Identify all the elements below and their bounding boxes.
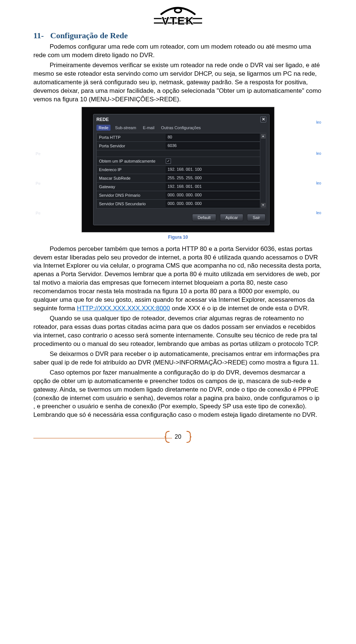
tab-outras[interactable]: Outras Configurações <box>159 125 203 131</box>
close-icon[interactable]: ✕ <box>260 117 266 122</box>
network-dialog-screenshot: Pe Pe Pe leo leo leo leo REDE ✕ Rede Sub… <box>33 107 323 232</box>
row-label-autoip: Obtem um IP automaticamente <box>99 159 166 163</box>
row-label-dns1: Servidor DNS Primario <box>99 193 166 197</box>
subnet-field[interactable]: 255. 255. 255. 000 <box>166 175 264 182</box>
tab-rede[interactable]: Rede <box>96 125 111 131</box>
para3-part-b: onde XXX é o ip de internet de onde esta… <box>170 305 309 312</box>
para3-part-a: Podemos perceber também que temos a port… <box>33 245 322 312</box>
gateway-field[interactable]: 192. 168. 001. 001 <box>166 183 264 190</box>
ip-field[interactable]: 192. 168. 001. 100 <box>166 166 264 173</box>
page-footer: 20 <box>33 431 323 445</box>
row-label-dns2: Servidor DNS Secundario <box>99 202 166 206</box>
row-label-http: Porta HTTP <box>99 135 166 140</box>
brand-logo: VTEK <box>33 4 323 35</box>
scrollbar[interactable]: ▲ ▼ <box>260 133 266 208</box>
http-port-field[interactable]: 80 <box>166 134 264 141</box>
section-title-text: Configuração de Rede <box>50 31 128 40</box>
scroll-down-icon[interactable]: ▼ <box>261 203 266 207</box>
svg-point-0 <box>175 8 181 13</box>
bg-label-leo-3: leo <box>316 181 321 185</box>
figure-caption: Figura 10 <box>33 235 323 240</box>
row-label-server: Porta Servidor <box>99 144 166 148</box>
row-label-gateway: Gateway <box>99 184 166 189</box>
bg-label-pe-2: Pe <box>36 181 40 186</box>
default-button[interactable]: Default <box>192 214 216 221</box>
bg-label-leo-1: leo <box>316 120 321 124</box>
tab-substream[interactable]: Sub-stream <box>113 125 138 131</box>
dns1-field[interactable]: 000. 000. 000. 000 <box>166 192 264 199</box>
row-label-ip: Endereco IP <box>99 167 166 172</box>
dns2-field[interactable]: 000. 000. 000. 000 <box>166 200 264 207</box>
bg-label-leo-4: leo <box>316 211 321 215</box>
example-url-link[interactable]: HTTP://XXX.XXX.XXX.XXX:8000 <box>77 305 170 312</box>
bg-label-pe-3: Pe <box>36 211 40 215</box>
dialog-title: REDE <box>96 117 109 122</box>
scroll-up-icon[interactable]: ▲ <box>261 134 266 138</box>
paragraph-4: Quando se usa qualquer tipo de roteador,… <box>33 314 323 349</box>
page-number: 20 <box>175 434 181 440</box>
paragraph-3: Podemos perceber também que temos a port… <box>33 245 323 313</box>
tab-email[interactable]: E-mail <box>141 125 156 131</box>
row-label-mask: Mascar SubRede <box>99 176 166 180</box>
paragraph-5: Se deixarmos o DVR para receber o ip aut… <box>33 350 323 367</box>
paragraph-6: Caso optemos por fazer manualmente a con… <box>33 369 323 420</box>
exit-button[interactable]: Sair <box>247 214 266 221</box>
paragraph-1: Podemos configurar uma rede com um rotea… <box>33 43 323 60</box>
apply-button[interactable]: Aplicar <box>220 214 244 221</box>
svg-text:VTEK: VTEK <box>162 14 194 27</box>
bg-label-leo-2: leo <box>316 151 321 156</box>
dialog-tabs: Rede Sub-stream E-mail Outras Configuraç… <box>93 125 269 133</box>
bg-label-pe-1: Pe <box>36 151 40 156</box>
paragraph-2: Primeiramente devemos verificar se exist… <box>33 61 323 104</box>
server-port-field[interactable]: 6036 <box>166 143 264 149</box>
auto-ip-checkbox[interactable]: ✓ <box>166 158 171 164</box>
section-number: 11- <box>33 31 48 40</box>
